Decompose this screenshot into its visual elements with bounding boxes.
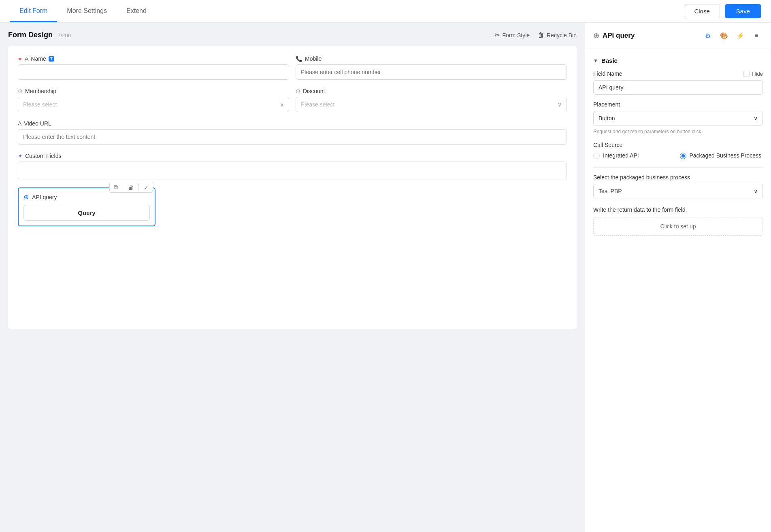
click-setup-button[interactable]: Click to set up	[593, 217, 763, 236]
video-url-label: A Video URL	[18, 120, 567, 127]
right-panel-header: ⊕ API query ⚙ 🎨 ⚡ ≡	[585, 23, 771, 49]
discount-label: ⊙ Discount	[296, 88, 567, 94]
drag-icon: ⊕	[23, 193, 29, 201]
confirm-btn[interactable]: ✓	[141, 183, 151, 192]
tab-extend[interactable]: Extend	[117, 1, 156, 22]
right-panel-body: ▼ Basic Field Name Hide Placement Button…	[585, 49, 771, 244]
discount-select[interactable]: Please select ∨	[296, 97, 567, 112]
discount-icon: ⊙	[296, 88, 300, 94]
name-input[interactable]	[18, 64, 289, 80]
form-row-custom: ✦ Custom Fields	[18, 153, 567, 179]
save-button[interactable]: Save	[725, 4, 761, 18]
section-title-basic: Basic	[601, 57, 618, 64]
write-return-label: Write the return data to the form field	[593, 206, 763, 213]
phone-icon: 📞	[296, 55, 302, 62]
recycle-bin-btn[interactable]: 🗑 Recycle Bin	[538, 32, 577, 39]
form-canvas: ★ A Name T 📞 Mobile	[8, 46, 577, 329]
wand-icon: ✦	[18, 153, 23, 159]
palette-icon-btn[interactable]: 🎨	[718, 29, 731, 42]
custom-fields-field: ✦ Custom Fields	[18, 153, 567, 179]
call-source-label: Call Source	[593, 142, 763, 148]
delete-btn[interactable]: 🗑	[126, 183, 136, 192]
lightning-icon-btn[interactable]: ⚡	[734, 29, 747, 42]
field-name-row: Field Name Hide	[593, 70, 763, 77]
divider	[593, 167, 763, 168]
field-name-input[interactable]	[593, 80, 763, 95]
membership-field: ⊙ Membership Please select ∨	[18, 88, 289, 112]
hide-row: Hide	[743, 71, 763, 77]
basic-section-header: ▼ Basic	[593, 57, 763, 64]
chevron-down-icon: ∨	[280, 101, 284, 108]
placement-hint: Request and get return parameters on but…	[593, 128, 763, 135]
radio-integrated-api[interactable]: Integrated API	[593, 152, 677, 159]
form-row-video: A Video URL	[18, 120, 567, 145]
video-url-input[interactable]	[18, 129, 567, 145]
tab-more-settings[interactable]: More Settings	[57, 1, 117, 22]
radio-circle-packaged	[680, 153, 686, 159]
nav-tabs: Edit Form More Settings Extend	[10, 1, 684, 22]
form-style-btn[interactable]: ✂ Form Style	[494, 31, 530, 39]
left-panel: Form Design 7/200 ✂ Form Style 🗑 Recycle…	[0, 23, 585, 532]
form-design-title: Form Design 7/200	[8, 31, 71, 39]
name-icon: A	[25, 55, 28, 62]
mobile-field: 📞 Mobile	[296, 55, 567, 80]
text-icon: A	[18, 120, 21, 127]
right-panel: ⊕ API query ⚙ 🎨 ⚡ ≡ ▼ Basic Field Name H…	[585, 23, 771, 532]
collapse-icon[interactable]: ▼	[593, 58, 598, 64]
api-widget-header: ⊕ API query	[23, 193, 150, 201]
custom-fields-input[interactable]	[18, 162, 567, 179]
nav-actions: Close Save	[684, 4, 761, 18]
move-icon: ⊕	[593, 31, 599, 40]
placement-chevron-icon: ∨	[754, 115, 758, 121]
form-header-actions: ✂ Form Style 🗑 Recycle Bin	[494, 31, 577, 39]
trash-icon: 🗑	[538, 32, 544, 39]
api-widget-toolbar: ⧉ 🗑 ✓	[109, 182, 153, 193]
query-button[interactable]: Query	[23, 205, 150, 221]
pbp-select[interactable]: Test PBP ∨	[593, 184, 763, 198]
menu-icon-btn[interactable]: ≡	[750, 29, 763, 42]
name-field: ★ A Name T	[18, 55, 289, 80]
badge-t: T	[49, 56, 54, 62]
discount-field: ⊙ Discount Please select ∨	[296, 88, 567, 112]
mobile-label: 📞 Mobile	[296, 55, 567, 62]
radio-packaged-bp[interactable]: Packaged Business Process	[680, 152, 763, 159]
radio-options: Integrated API Packaged Business Process	[593, 152, 763, 159]
hide-label: Hide	[752, 71, 763, 77]
api-query-container: ⧉ 🗑 ✓ ⊕ API query Query	[18, 187, 567, 226]
mobile-input[interactable]	[296, 64, 567, 80]
call-source-group: Call Source Integrated API Packaged Busi…	[593, 142, 763, 159]
form-row-1: ★ A Name T 📞 Mobile	[18, 55, 567, 80]
chevron-down-icon-2: ∨	[558, 101, 562, 108]
membership-label: ⊙ Membership	[18, 88, 289, 94]
video-url-field: A Video URL	[18, 120, 567, 145]
copy-btn[interactable]: ⧉	[111, 183, 120, 192]
field-name-label: Field Name	[593, 70, 622, 77]
main-layout: Form Design 7/200 ✂ Form Style 🗑 Recycle…	[0, 23, 771, 532]
top-nav: Edit Form More Settings Extend Close Sav…	[0, 0, 771, 23]
placement-select[interactable]: Button ∨	[593, 111, 763, 126]
form-row-2: ⊙ Membership Please select ∨ ⊙ Discount …	[18, 88, 567, 112]
pbp-chevron-icon: ∨	[754, 188, 758, 194]
custom-fields-label: ✦ Custom Fields	[18, 153, 567, 159]
radio-circle-integrated	[593, 153, 600, 159]
right-panel-title: API query	[603, 32, 698, 40]
api-widget: ⧉ 🗑 ✓ ⊕ API query Query	[18, 187, 155, 226]
membership-select[interactable]: Please select ∨	[18, 97, 289, 112]
placement-label: Placement	[593, 101, 763, 108]
form-count: 7/200	[58, 32, 71, 38]
close-button[interactable]: Close	[684, 4, 720, 18]
hide-checkbox[interactable]	[743, 71, 750, 77]
scissors-icon: ✂	[494, 31, 500, 39]
name-label: ★ A Name T	[18, 55, 289, 62]
tab-edit-form[interactable]: Edit Form	[10, 1, 57, 22]
form-design-header: Form Design 7/200 ✂ Form Style 🗑 Recycle…	[8, 31, 577, 39]
membership-icon: ⊙	[18, 88, 23, 94]
select-pbp-label: Select the packaged business process	[593, 174, 763, 181]
required-star: ★	[18, 56, 22, 62]
gear-icon-btn[interactable]: ⚙	[701, 29, 714, 42]
